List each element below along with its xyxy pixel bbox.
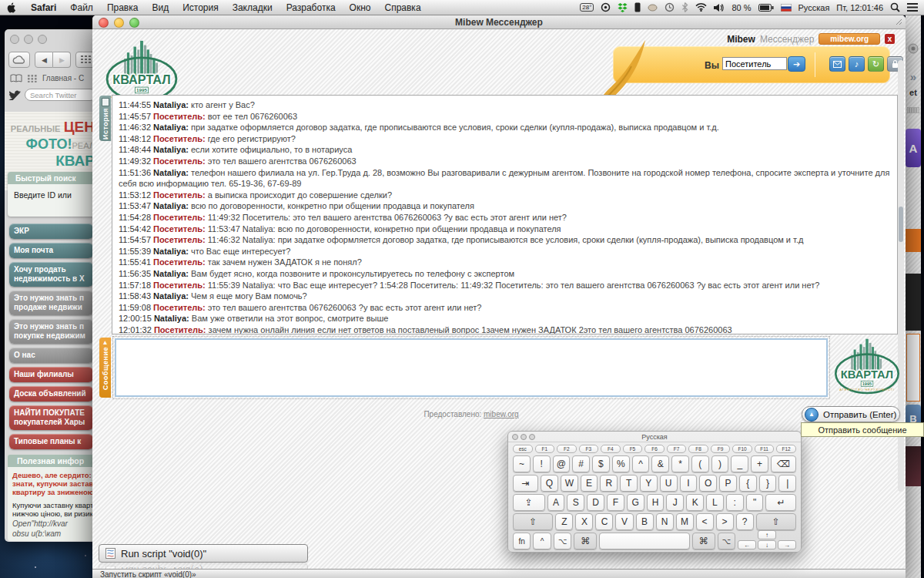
key[interactable]: X: [575, 513, 593, 530]
menu-item-1[interactable]: Safari: [24, 2, 63, 13]
key-f7[interactable]: F7: [667, 445, 687, 453]
key[interactable]: R: [600, 475, 618, 492]
timemachine-menu-icon[interactable]: [665, 2, 675, 12]
mail-history-button[interactable]: [829, 56, 845, 72]
grid-icon[interactable]: [28, 75, 37, 82]
twitter-search-field[interactable]: Search Twitter: [25, 89, 96, 101]
key[interactable]: (: [691, 455, 709, 472]
key[interactable]: _: [731, 455, 748, 472]
volume-menu-icon[interactable]: [714, 3, 725, 12]
key[interactable]: N: [656, 513, 674, 530]
key-esc[interactable]: esc: [513, 445, 533, 453]
key[interactable]: I: [680, 475, 698, 492]
message-input[interactable]: [115, 338, 828, 397]
sound-toggle-button[interactable]: ♪: [849, 56, 865, 72]
menu-item-8[interactable]: Окно: [343, 2, 378, 13]
resize-grip-icon[interactable]: [896, 18, 902, 25]
key[interactable]: V: [615, 513, 633, 530]
key[interactable]: +: [751, 455, 768, 472]
inactive-close-button[interactable]: [10, 35, 19, 44]
sidebar-button[interactable]: Наши филиалы: [9, 367, 93, 382]
key[interactable]: B: [636, 513, 654, 530]
key[interactable]: ⌥: [554, 533, 571, 549]
menu-item-3[interactable]: Правка: [100, 2, 146, 13]
key-f3[interactable]: F3: [579, 445, 599, 453]
key[interactable]: ?: [736, 513, 754, 530]
key[interactable]: !: [533, 455, 551, 472]
menu-item-5[interactable]: История: [176, 2, 226, 13]
menu-item-4[interactable]: Вид: [145, 2, 176, 13]
key[interactable]: M: [676, 513, 694, 530]
wifi-menu-icon[interactable]: [695, 3, 707, 12]
send-button[interactable]: ▲ Отправить (Enter): [802, 406, 900, 422]
key[interactable]: ⇥: [513, 475, 538, 492]
sidebar-button[interactable]: Доска объявлений: [9, 386, 93, 402]
key[interactable]: fn: [513, 533, 531, 549]
sidebar-button[interactable]: Хочу продать недвижимость в Х: [9, 262, 93, 287]
visitor-name-input[interactable]: [722, 57, 787, 70]
forward-button[interactable]: ▶: [53, 52, 71, 68]
key[interactable]: A: [547, 494, 565, 511]
mibew-org-link[interactable]: mibew.org: [819, 33, 880, 45]
quick-search-hint[interactable]: Введите ID или: [8, 184, 96, 200]
purple-a-badge[interactable]: A: [906, 129, 921, 167]
provider-link[interactable]: mibew.org: [484, 410, 519, 418]
icloud-tab-button[interactable]: [8, 52, 30, 68]
message-tab[interactable]: ▲ Сообщение: [99, 338, 111, 398]
tab-title[interactable]: Главная - С: [42, 74, 84, 82]
background-browser-window[interactable]: ◀ ▶ Главная - С Search Twitter РЕАЛЬНЫЕ …: [5, 29, 96, 542]
key[interactable]: L: [706, 494, 724, 511]
key[interactable]: ~: [513, 455, 531, 472]
bookmarks-book-icon[interactable]: [10, 74, 22, 82]
dropbox-menu-icon[interactable]: [618, 3, 628, 12]
chat-log[interactable]: 11:44:55 Nataliya: кто агент у Вас?11:45…: [112, 95, 898, 334]
key[interactable]: Q: [541, 475, 558, 492]
weather-menu-icon[interactable]: 28°: [580, 3, 594, 12]
key[interactable]: U: [660, 475, 678, 492]
inactive-zoom-button[interactable]: [38, 35, 47, 44]
sidebar-button[interactable]: Это нужно знать п покупке недвижим: [9, 319, 93, 344]
key-f10[interactable]: F10: [732, 445, 752, 453]
menu-item-7[interactable]: Разработка: [280, 2, 343, 13]
window-titlebar[interactable]: Mibew Мессенджер: [92, 15, 906, 29]
sidebar-button[interactable]: НАЙТИ ПОКУПАТЕ покупателей Хары: [9, 405, 93, 430]
inactive-minimize-button[interactable]: [24, 35, 33, 44]
key[interactable]: |: [778, 475, 796, 492]
key[interactable]: G: [627, 494, 644, 511]
sidebar-button[interactable]: Моя почта: [9, 243, 93, 258]
key[interactable]: {: [739, 475, 757, 492]
target-menu-icon[interactable]: [601, 2, 611, 12]
key[interactable]: E: [581, 475, 598, 492]
key[interactable]: ⇪: [513, 494, 545, 511]
key[interactable]: *: [671, 455, 689, 472]
key[interactable]: ): [711, 455, 729, 472]
back-button[interactable]: ◀: [35, 52, 53, 68]
key[interactable]: ⌥: [718, 533, 735, 549]
key[interactable]: ⌘: [692, 533, 715, 549]
notification-center-icon[interactable]: [907, 3, 918, 12]
key[interactable]: #: [572, 455, 590, 472]
key[interactable]: P: [719, 475, 737, 492]
menu-item-2[interactable]: Файл: [63, 2, 100, 13]
key[interactable]: :: [726, 494, 744, 511]
key[interactable]: K: [686, 494, 704, 511]
key-f11[interactable]: F11: [755, 445, 775, 453]
input-language-label[interactable]: Русская: [798, 3, 830, 12]
key[interactable]: @: [553, 455, 571, 472]
key[interactable]: >: [716, 513, 734, 530]
key[interactable]: F: [607, 494, 624, 511]
scrollbar-thumb[interactable]: [899, 207, 903, 242]
key[interactable]: Z: [555, 513, 573, 530]
key-f12[interactable]: F12: [776, 445, 796, 453]
menu-item-6[interactable]: Закладки: [226, 2, 280, 13]
close-chat-button[interactable]: x: [885, 34, 895, 44]
key-f5[interactable]: F5: [623, 445, 643, 453]
device-menu-icon[interactable]: [634, 2, 641, 12]
key[interactable]: [599, 533, 690, 549]
apple-menu-icon[interactable]: [0, 2, 24, 13]
spotlight-icon[interactable]: [890, 2, 900, 12]
key[interactable]: ⌘: [574, 533, 597, 549]
key[interactable]: S: [567, 494, 584, 511]
bluetooth-menu-icon[interactable]: [681, 2, 688, 12]
twitter-bird-icon[interactable]: [8, 90, 21, 100]
